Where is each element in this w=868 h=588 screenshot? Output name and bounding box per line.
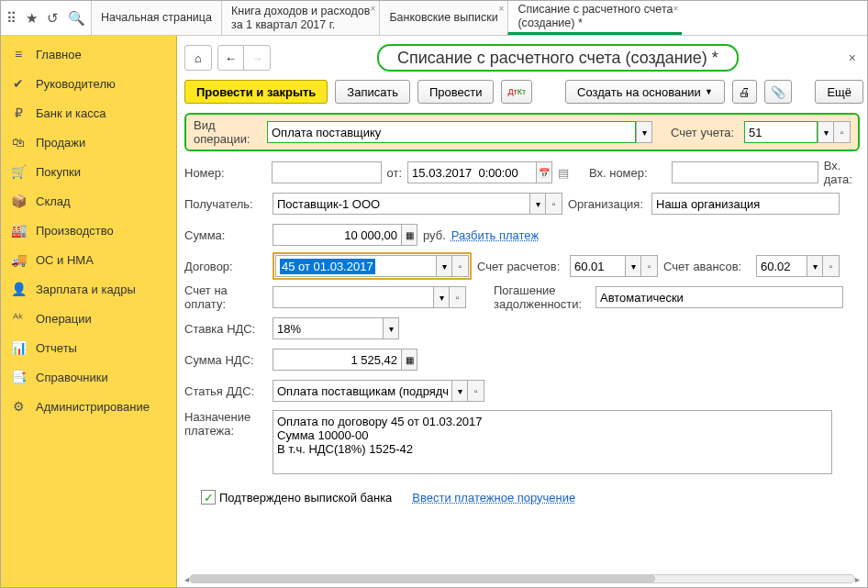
tab-payment[interactable]: ×Списание с расчетного счета(создание) * <box>507 1 682 35</box>
sidebar-item[interactable]: 📊Отчеты <box>1 333 176 362</box>
dropdown-icon[interactable]: ▾ <box>636 121 652 143</box>
apps-icon[interactable]: ⠿ <box>6 10 17 27</box>
sidebar-item-label: Справочники <box>36 371 108 384</box>
dropdown-icon[interactable]: ▾ <box>807 255 823 277</box>
tab-kudir[interactable]: ×Книга доходов и расходовза 1 квартал 20… <box>221 1 379 35</box>
contract-input[interactable]: 45 от 01.03.2017 <box>275 255 436 277</box>
open-icon[interactable]: ▫ <box>546 193 562 215</box>
settle-input[interactable] <box>570 255 625 277</box>
nav-icon: ✔ <box>10 76 27 91</box>
open-icon[interactable]: ▫ <box>468 380 484 402</box>
nav-buttons: ← → <box>217 45 271 71</box>
nav-icon: ₽ <box>10 105 27 120</box>
close-icon[interactable]: × <box>371 4 376 14</box>
more-button[interactable]: Ещё <box>815 80 863 104</box>
vat-rate-input[interactable] <box>273 317 383 339</box>
dropdown-icon[interactable]: ▾ <box>383 317 399 339</box>
purpose-label: Назначение платежа: <box>184 410 267 438</box>
calc-icon[interactable]: ▦ <box>401 224 417 246</box>
org-input[interactable] <box>651 193 840 215</box>
open-icon[interactable]: ▫ <box>641 255 658 277</box>
close-icon[interactable]: × <box>673 4 679 14</box>
sidebar-item[interactable]: 🚚ОС и НМА <box>1 245 176 274</box>
tabs: Начальная страница ×Книга доходов и расх… <box>91 1 867 35</box>
nav-icon: 📦 <box>10 194 27 208</box>
settle-label: Счет расчетов: <box>477 260 564 273</box>
enter-po-link[interactable]: Ввести платежное поручение <box>412 491 575 505</box>
calc-icon[interactable]: ▦ <box>401 349 417 371</box>
vat-sum-input[interactable] <box>273 349 401 371</box>
sidebar-item-label: Главное <box>36 48 82 61</box>
purpose-input[interactable] <box>273 410 832 474</box>
attach-button[interactable]: 📎 <box>764 80 792 104</box>
sum-input[interactable] <box>273 224 401 246</box>
open-icon[interactable]: ▫ <box>450 286 466 308</box>
star-icon[interactable]: ★ <box>26 10 38 27</box>
recipient-input[interactable] <box>273 193 529 215</box>
forward-button[interactable]: → <box>244 46 270 70</box>
tab-home[interactable]: Начальная страница <box>91 1 221 35</box>
horizontal-scrollbar[interactable]: ◂ ▸ <box>184 572 860 585</box>
open-icon[interactable]: ▫ <box>452 255 469 277</box>
invoice-input[interactable] <box>273 286 433 308</box>
sidebar-item[interactable]: 🏭Производство <box>1 216 176 245</box>
split-link[interactable]: Разбить платеж <box>451 228 539 242</box>
dds-input[interactable] <box>273 380 451 402</box>
date-input[interactable] <box>407 161 536 183</box>
dropdown-icon[interactable]: ▾ <box>451 380 468 402</box>
dropdown-icon[interactable]: ▾ <box>436 255 452 277</box>
sidebar-item[interactable]: 👤Зарплата и кадры <box>1 274 176 304</box>
debt-input[interactable] <box>595 286 843 308</box>
print-button[interactable]: 🖨 <box>732 80 757 104</box>
post-close-button[interactable]: Провести и закрыть <box>184 80 328 104</box>
sidebar-item[interactable]: ₽Банк и касса <box>1 98 176 128</box>
advance-input[interactable] <box>756 255 807 277</box>
open-icon[interactable]: ▫ <box>823 255 840 277</box>
home-button[interactable]: ⌂ <box>184 45 212 71</box>
post-button[interactable]: Провести <box>417 80 495 104</box>
sum-label: Сумма: <box>184 228 267 242</box>
sidebar-item-label: Склад <box>36 194 71 208</box>
close-button[interactable]: × <box>845 50 860 65</box>
dropdown-icon[interactable]: ▾ <box>433 286 450 308</box>
nav-icon: ≡ <box>10 47 27 61</box>
save-button[interactable]: Записать <box>335 80 410 104</box>
history-icon[interactable]: ↺ <box>47 10 59 27</box>
dtkt-button[interactable]: ДтКт <box>501 80 532 104</box>
sidebar: ≡Главное✔Руководителю₽Банк и касса🛍Прода… <box>1 36 177 588</box>
dropdown-icon[interactable]: ▾ <box>529 193 546 215</box>
from-label: от: <box>387 166 403 180</box>
op-type-input[interactable] <box>267 121 636 143</box>
sidebar-item[interactable]: 🛒Покупки <box>1 157 176 186</box>
open-icon[interactable]: ▫ <box>834 121 851 143</box>
sidebar-item[interactable]: ⚙Администрирование <box>1 392 176 421</box>
sidebar-item[interactable]: 🛍Продажи <box>1 128 176 157</box>
close-icon[interactable]: × <box>499 4 505 14</box>
check-icon: ✓ <box>201 490 216 505</box>
sidebar-item[interactable]: ᴬᵏОперации <box>1 304 176 333</box>
nav-icon: 🛒 <box>10 164 27 179</box>
search-icon[interactable]: 🔍 <box>68 10 85 27</box>
sidebar-item[interactable]: ✔Руководителю <box>1 69 176 98</box>
op-type-label: Вид операции: <box>194 118 267 146</box>
sidebar-item-label: ОС и НМА <box>36 253 94 267</box>
calendar-icon[interactable]: 📅 <box>536 161 552 183</box>
dropdown-icon[interactable]: ▾ <box>625 255 641 277</box>
account-input[interactable] <box>744 121 818 143</box>
in-number-input[interactable] <box>672 161 818 183</box>
number-input[interactable] <box>272 161 382 183</box>
dropdown-icon[interactable]: ▾ <box>818 121 834 143</box>
confirmed-checkbox[interactable]: ✓Подтверждено выпиской банка <box>201 490 392 505</box>
sidebar-item[interactable]: 📦Склад <box>1 186 176 216</box>
form-icon[interactable]: ▤ <box>558 166 569 180</box>
vat-rate-label: Ставка НДС: <box>184 322 267 336</box>
sidebar-item-label: Покупки <box>36 165 81 179</box>
sidebar-item[interactable]: ≡Главное <box>1 39 176 69</box>
create-on-button[interactable]: Создать на основании ▼ <box>565 80 725 104</box>
sidebar-item-label: Банк и касса <box>36 106 106 120</box>
toolbar: Провести и закрыть Записать Провести ДтК… <box>184 80 860 104</box>
contract-highlight: 45 от 01.03.2017▾▫ <box>273 252 472 280</box>
tab-bank[interactable]: ×Банковские выписки <box>379 1 507 35</box>
back-button[interactable]: ← <box>218 46 244 70</box>
sidebar-item[interactable]: 📑Справочники <box>1 362 176 392</box>
